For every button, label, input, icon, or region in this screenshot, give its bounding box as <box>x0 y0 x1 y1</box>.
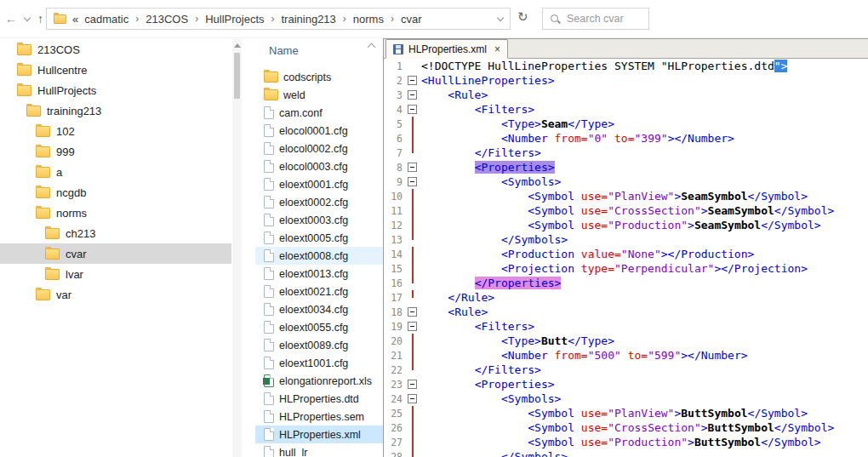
breadcrumb-segment-cvar[interactable]: cvar <box>401 13 422 26</box>
code-line-7[interactable]: 7 </Filters> <box>384 146 868 160</box>
code-line-9[interactable]: 9 <Symbols> <box>384 174 868 189</box>
tree-item-ncgdb[interactable]: ncgdb <box>0 182 231 203</box>
tree-item-a[interactable]: a <box>0 162 231 182</box>
file-item-eloext0013.cfg[interactable]: eloext0013.cfg <box>255 265 383 283</box>
file-item-eloext0055.cfg[interactable]: eloext0055.cfg <box>255 318 383 336</box>
tree-item-norms[interactable]: norms <box>0 203 231 223</box>
back-icon[interactable]: ← <box>5 13 17 25</box>
fold-collapse-icon[interactable] <box>408 76 417 85</box>
file-item-elongationreport.xls[interactable]: elongationreport.xls <box>255 372 383 390</box>
tree-item-training213[interactable]: training213 <box>0 100 231 121</box>
tree-item-cvar[interactable]: cvar <box>0 243 231 264</box>
recent-locations-chevron-icon[interactable] <box>24 14 31 20</box>
address-bar[interactable]: « cadmatic›213COS›HullProjects›training2… <box>46 8 511 30</box>
code-line-13[interactable]: 13 </Symbols> <box>384 232 868 247</box>
code-line-5[interactable]: 5 <Type>Seam</Type> <box>384 117 868 131</box>
code-line-11[interactable]: 11 <Symbol use="CrossSection">SeamSymbol… <box>384 203 868 218</box>
breadcrumb-overflow[interactable]: « <box>72 13 78 26</box>
code-line-27[interactable]: 27 <Symbol use="Production">ButtSymbol</… <box>384 435 868 449</box>
breadcrumb-segment-hullprojects[interactable]: HullProjects <box>205 13 264 26</box>
tree-item-hullcentre[interactable]: Hullcentre <box>0 60 231 80</box>
code-line-21[interactable]: 21 <Number from="500" to="599"></Number> <box>384 348 868 363</box>
file-item-hlproperties.sem[interactable]: HLProperties.sem <box>255 408 383 426</box>
file-item-elocol0002.cfg[interactable]: elocol0002.cfg <box>255 140 383 157</box>
tree-item-ch213[interactable]: ch213 <box>0 223 231 243</box>
file-item-eloext0034.cfg[interactable]: eloext0034.cfg <box>255 300 383 318</box>
file-name: elocol0001.cfg <box>279 125 348 137</box>
code-line-17[interactable]: 17 </Rule> <box>384 290 868 305</box>
fold-collapse-icon[interactable] <box>408 105 417 114</box>
code-line-25[interactable]: 25 <Symbol use="PlanView">ButtSymbol</Sy… <box>384 406 868 420</box>
tree-item-lvar[interactable]: lvar <box>0 264 231 284</box>
fold-collapse-icon[interactable] <box>408 177 417 186</box>
up-icon[interactable]: ↑ <box>37 13 43 25</box>
tab-close-icon[interactable]: × <box>494 44 500 54</box>
fold-collapse-icon[interactable] <box>408 322 417 331</box>
code-line-6[interactable]: 6 <Number from="0" to="399"></Number> <box>384 131 868 146</box>
fold-collapse-icon[interactable] <box>408 90 417 100</box>
fold-collapse-icon[interactable] <box>408 307 417 317</box>
code-line-28[interactable]: 28 </Symbols> <box>384 449 868 457</box>
code-line-19[interactable]: 19 <Filters> <box>384 319 868 334</box>
code-line-18[interactable]: 18 <Rule> <box>384 305 868 319</box>
breadcrumb-segment-norms[interactable]: norms <box>353 13 384 26</box>
file-item-eloext0003.cfg[interactable]: eloext0003.cfg <box>255 211 383 229</box>
file-item-eloext0021.cfg[interactable]: eloext0021.cfg <box>255 283 383 300</box>
tree-item-102[interactable]: 102 <box>0 121 231 141</box>
file-item-eloext1001.cfg[interactable]: eloext1001.cfg <box>255 354 383 372</box>
code-line-4[interactable]: 4 <Filters> <box>384 102 868 117</box>
file-item-cam.conf[interactable]: cam.conf <box>255 104 383 122</box>
code-line-22[interactable]: 22 </Filters> <box>384 363 868 377</box>
tree-item-hullprojects[interactable]: HullProjects <box>0 80 231 100</box>
file-item-eloext0089.cfg[interactable]: eloext0089.cfg <box>255 336 383 354</box>
breadcrumb-segment-cadmatic[interactable]: cadmatic <box>84 13 128 26</box>
fold-collapse-icon[interactable] <box>408 394 417 403</box>
code-line-26[interactable]: 26 <Symbol use="CrossSection">ButtSymbol… <box>384 420 868 435</box>
file-item-hull_lr[interactable]: hull_lr <box>255 443 383 457</box>
file-icon <box>264 231 274 244</box>
tree-item-213cos[interactable]: 213COS <box>0 39 231 60</box>
file-item-eloext0001.cfg[interactable]: eloext0001.cfg <box>255 175 383 193</box>
file-item-hlproperties.dtd[interactable]: HLProperties.dtd <box>255 390 383 408</box>
fold-collapse-icon[interactable] <box>408 163 417 172</box>
code-line-1[interactable]: 1<!DOCTYPE HullLineProperties SYSTEM "HL… <box>384 59 868 73</box>
editor-tab-bar: HLProperties.xml × <box>384 39 868 59</box>
tree-item-999[interactable]: 999 <box>0 141 231 162</box>
file-name: eloext0013.cfg <box>279 268 348 280</box>
scrollbar-thumb[interactable] <box>234 53 240 99</box>
fold-collapse-icon[interactable] <box>408 380 417 389</box>
code-line-14[interactable]: 14 <Production value="None"></Production… <box>384 247 868 261</box>
fold-margin <box>406 102 419 117</box>
code-line-12[interactable]: 12 <Symbol use="Production">SeamSymbol</… <box>384 218 868 232</box>
breadcrumb-segment-training213[interactable]: training213 <box>282 13 336 26</box>
code-line-8[interactable]: 8 <Properties> <box>384 160 868 174</box>
code-line-16[interactable]: 16 </Properties> <box>384 276 868 290</box>
file-item-codscripts[interactable]: codscripts <box>255 68 383 86</box>
tab-hlproperties-xml[interactable]: HLProperties.xml × <box>385 39 508 59</box>
tree-item-var[interactable]: var <box>0 284 231 305</box>
code-line-2[interactable]: 2<HullLineProperties> <box>384 73 868 88</box>
code-line-23[interactable]: 23 <Properties> <box>384 377 868 391</box>
file-item-weld[interactable]: weld <box>255 86 383 104</box>
refresh-icon[interactable]: ↻ <box>517 10 528 23</box>
breadcrumb-segment-213cos[interactable]: 213COS <box>146 13 188 26</box>
code-line-10[interactable]: 10 <Symbol use="PlanView">SeamSymbol</Sy… <box>384 189 868 203</box>
folder-icon <box>36 289 50 300</box>
file-item-eloext0008.cfg[interactable]: eloext0008.cfg <box>255 247 383 265</box>
file-item-elocol0001.cfg[interactable]: elocol0001.cfg <box>255 122 383 140</box>
code-line-3[interactable]: 3 <Rule> <box>384 88 868 102</box>
code-line-24[interactable]: 24 <Symbols> <box>384 391 868 406</box>
file-item-elocol0003.cfg[interactable]: elocol0003.cfg <box>255 157 383 175</box>
code-line-15[interactable]: 15 <Projection type="Perpendicular"></Pr… <box>384 261 868 276</box>
code-editor[interactable]: 1<!DOCTYPE HullLineProperties SYSTEM "HL… <box>384 59 868 457</box>
file-item-eloext0005.cfg[interactable]: eloext0005.cfg <box>255 229 383 247</box>
file-item-eloext0002.cfg[interactable]: eloext0002.cfg <box>255 193 383 211</box>
address-dropdown-chevron-icon[interactable] <box>497 14 504 20</box>
line-number: 16 <box>384 277 406 289</box>
file-item-hlproperties.xml[interactable]: HLProperties.xml <box>255 426 383 443</box>
column-header-name[interactable]: Name <box>255 39 383 61</box>
tree-scrollbar[interactable] <box>232 39 242 457</box>
scroll-up-icon[interactable] <box>234 43 241 48</box>
search-box[interactable]: Search cvar <box>542 8 649 30</box>
code-line-20[interactable]: 20 <Type>Butt</Type> <box>384 334 868 348</box>
